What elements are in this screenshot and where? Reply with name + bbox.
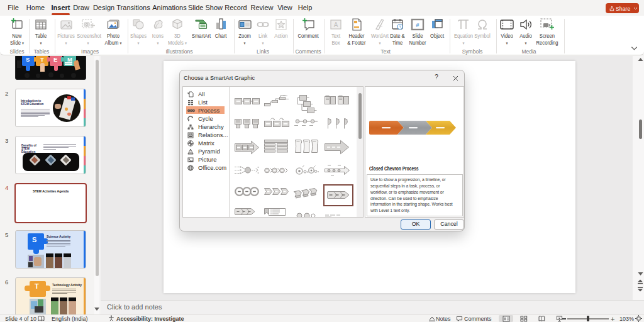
svg-text:#: #	[416, 21, 419, 28]
svg-text:A: A	[334, 21, 338, 28]
